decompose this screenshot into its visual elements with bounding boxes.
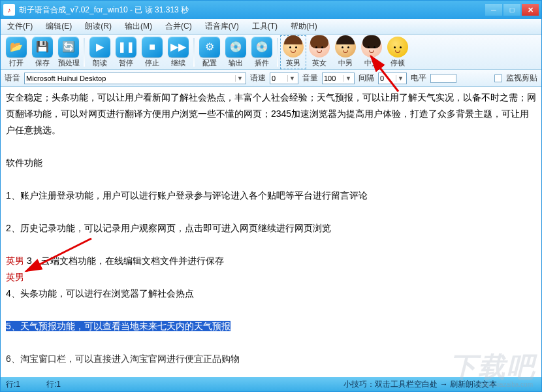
play-icon: ▶ xyxy=(89,37,110,57)
chevron-down-icon[interactable]: ▼ xyxy=(287,75,296,82)
maximize-button[interactable]: □ xyxy=(503,4,520,16)
voice-chinese-female-button[interactable]: 中女 xyxy=(359,35,385,69)
toolbar: 📂打开 💾保存 🔄预处理 ▶朗读 ❚❚暂停 ■停止 ▶▶继续 ⚙配置 💿输出 💿… xyxy=(1,35,541,70)
chevron-down-icon[interactable]: ▼ xyxy=(235,75,244,82)
plugin-icon: 💿 xyxy=(251,37,272,57)
titlebar: ♪ 胡子语音合成_v7.02_for_win10 - 已 读 31.313 秒 … xyxy=(1,1,541,19)
open-button[interactable]: 📂打开 xyxy=(3,35,29,69)
monitor-clipboard-checkbox[interactable] xyxy=(494,74,502,82)
text-line: 4、头条功能，可以进行在浏览器了解社会热点 xyxy=(6,286,536,302)
separator xyxy=(277,38,278,67)
voice-label: 语音 xyxy=(5,73,20,84)
text-line: 英男 3、云端文档功能，在线编辑文档文件并进行保存 xyxy=(6,253,536,269)
gear-icon: ⚙ xyxy=(199,37,220,57)
text-line: 2、历史记录功能，可以记录用户观察网页，点击即可进入网页继续进行网页浏览 xyxy=(6,220,536,237)
minimize-button[interactable]: ─ xyxy=(485,4,502,16)
female-face-icon xyxy=(361,37,382,57)
interval-label: 间隔 xyxy=(359,73,374,84)
selected-text: 5、天气预报功能，可以查看当地未来七天内的天气预报 xyxy=(6,321,231,331)
menu-merge[interactable]: 合并(C) xyxy=(163,20,195,33)
level-meter xyxy=(430,74,456,83)
open-icon: 📂 xyxy=(6,37,27,57)
save-icon: 💾 xyxy=(32,37,53,57)
voice-chinese-male-button[interactable]: 中男 xyxy=(332,35,359,69)
statusbar: 行:1 行:1 小技巧：双击工具栏空白处 → 刷新朗读文本 xyxy=(1,377,541,391)
monitor-clipboard-label: 监视剪贴 xyxy=(506,73,537,84)
preprocess-button[interactable]: 🔄预处理 xyxy=(56,35,82,69)
preprocess-icon: 🔄 xyxy=(58,37,79,57)
male-face-icon xyxy=(283,37,304,57)
text-line: 软件功能 xyxy=(6,155,536,171)
speed-select[interactable]: 0▼ xyxy=(270,73,298,84)
menubar: 文件(F) 编辑(E) 朗读(R) 输出(M) 合并(C) 语音库(V) 工具(… xyxy=(1,19,541,35)
text-line: 5、天气预报功能，可以查看当地未来七天内的天气预报 xyxy=(6,318,536,335)
chevron-down-icon[interactable]: ▼ xyxy=(343,75,353,82)
pause-voice-button[interactable]: 停顿 xyxy=(385,35,411,69)
params-bar: 语音 Microsoft Huihui Desktop ▼ 语速 0▼ 音量 1… xyxy=(1,70,541,87)
pause-icon: ❚❚ xyxy=(116,37,136,57)
pause-face-icon xyxy=(387,37,408,57)
menu-tools[interactable]: 工具(T) xyxy=(249,20,280,33)
voice-english-female-button[interactable]: 英女 xyxy=(306,35,332,69)
menu-edit[interactable]: 编辑(E) xyxy=(43,20,74,33)
output-button[interactable]: 💿输出 xyxy=(223,35,249,69)
level-label: 电平 xyxy=(411,73,426,84)
stop-button[interactable]: ■停止 xyxy=(139,35,165,69)
voice-english-male-button[interactable]: 英男 xyxy=(280,35,306,69)
pause-button[interactable]: ❚❚暂停 xyxy=(113,35,139,69)
disc-out-icon: 💿 xyxy=(225,37,246,57)
status-col: 行:1 xyxy=(46,379,61,390)
male-face-icon xyxy=(335,37,356,57)
status-tip: 小技巧：双击工具栏空白处 → 刷新朗读文本 xyxy=(343,379,497,390)
read-button[interactable]: ▶朗读 xyxy=(87,35,113,69)
separator xyxy=(84,38,85,67)
voice-value: Microsoft Huihui Desktop xyxy=(26,74,234,82)
speed-label: 语速 xyxy=(250,73,266,84)
voice-tag: 英男 xyxy=(6,255,27,266)
text-editor[interactable]: 安全稳定；头条功能，可以让用户看新闻了解社会热点，丰富个人社会经验；天气预报，可… xyxy=(1,87,541,377)
volume-select[interactable]: 100▼ xyxy=(322,73,355,84)
voice-tag: 英男 xyxy=(6,269,536,286)
volume-label: 音量 xyxy=(302,73,318,84)
menu-read[interactable]: 朗读(R) xyxy=(82,20,114,33)
continue-button[interactable]: ▶▶继续 xyxy=(165,35,191,69)
plugin-button[interactable]: 💿插件 xyxy=(249,35,275,69)
window-title: 胡子语音合成_v7.02_for_win10 - 已 读 31.313 秒 xyxy=(19,5,485,16)
text-line: 安全稳定；头条功能，可以让用户看新闻了解社会热点，丰富个人社会经验；天气预报，可… xyxy=(6,90,536,139)
continue-icon: ▶▶ xyxy=(168,37,189,57)
save-button[interactable]: 💾保存 xyxy=(29,35,56,69)
separator xyxy=(193,38,195,67)
text-line: 1、账户注册登录功能，用户可以进行账户登录参与评论进入各个贴吧等平台进行留言评论 xyxy=(6,188,536,204)
close-button[interactable]: ✕ xyxy=(522,4,539,16)
text-line: 6、淘宝窗口栏，可以直接进入淘宝官网进行便宜正品购物 xyxy=(6,351,536,367)
menu-voicelib[interactable]: 语音库(V) xyxy=(202,20,242,33)
app-icon: ♪ xyxy=(3,4,15,16)
menu-output[interactable]: 输出(M) xyxy=(122,20,155,33)
interval-select[interactable]: 0▼ xyxy=(378,73,407,84)
chevron-down-icon[interactable]: ▼ xyxy=(396,75,405,82)
config-button[interactable]: ⚙配置 xyxy=(197,35,223,69)
stop-icon: ■ xyxy=(142,37,163,57)
female-face-icon xyxy=(309,37,330,57)
status-line: 行:1 xyxy=(6,379,20,390)
voice-select[interactable]: Microsoft Huihui Desktop ▼ xyxy=(24,73,246,84)
menu-file[interactable]: 文件(F) xyxy=(5,20,35,33)
menu-help[interactable]: 帮助(H) xyxy=(288,20,320,33)
